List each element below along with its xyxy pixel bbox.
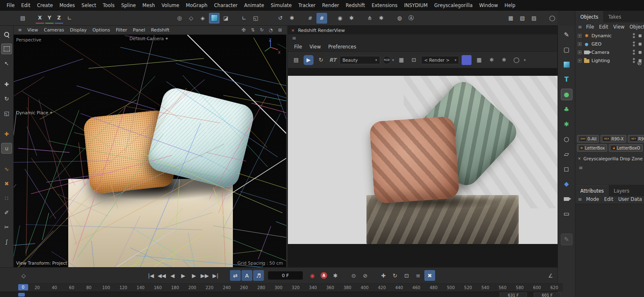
object-tree-row[interactable]: + Dynamic (575, 31, 644, 40)
rectangle-selection-tool[interactable] (1, 43, 12, 54)
menu-item[interactable]: Tools (100, 0, 118, 11)
objects-menu-item[interactable]: Edit (596, 24, 610, 30)
object-tree-row[interactable]: + Lighting (575, 56, 644, 65)
pin-tool[interactable]: ✂ (1, 222, 12, 232)
menu-item[interactable]: MoGraph (182, 0, 211, 11)
modeling-settings-button[interactable]: ▤ (17, 13, 28, 24)
take-button-0-all[interactable]: 0All0-All (577, 135, 599, 142)
bucket-grid-icon[interactable]: ▦ (474, 55, 484, 65)
render-source-select[interactable]: < Render >▾ (421, 56, 459, 64)
range-field-2[interactable]: 601 F (534, 292, 561, 297)
pen-button[interactable]: ◪ (220, 13, 231, 24)
object-tree-row[interactable]: + Camera (575, 48, 644, 56)
menu-item[interactable]: INSYDIUM (401, 0, 431, 11)
move-handle-icon[interactable]: ✚ (165, 37, 168, 41)
scale-tool[interactable]: ◱ (1, 108, 12, 118)
chevron-down-icon[interactable]: ▾ (524, 58, 526, 62)
menu-item[interactable]: Character (211, 0, 241, 11)
menu-item[interactable]: Tracker (295, 0, 319, 11)
enable-toggle[interactable] (639, 51, 642, 54)
renderview-menu-item[interactable]: File (291, 44, 305, 50)
snap-grid-button[interactable]: # (305, 13, 316, 24)
key-reduction-toggle[interactable]: ≡ (413, 270, 424, 281)
menu-item[interactable]: Create (34, 0, 56, 11)
coord-system-button[interactable]: ∟ (64, 13, 75, 24)
expand-icon[interactable]: + (578, 42, 582, 46)
menu-item[interactable]: Spline (118, 0, 139, 11)
menu-item[interactable]: File (3, 0, 18, 11)
take-button-letterbox[interactable]: ▥LetterBox (577, 144, 607, 152)
tool-settings-button[interactable]: ✱ (376, 13, 387, 24)
menu-item[interactable]: Volume (158, 0, 183, 11)
prev-frame-button[interactable]: ◀ (167, 270, 178, 281)
field-button[interactable]: ↺ (275, 13, 286, 24)
objects-menu-item[interactable]: File (584, 24, 596, 30)
renderview-menu-item[interactable]: View (306, 44, 323, 50)
attributes-menu-item[interactable]: Mode (584, 196, 601, 202)
generator-icon[interactable]: ✱ (561, 118, 572, 130)
hamburger-icon[interactable]: ≡ (579, 165, 583, 171)
view-history-icon[interactable]: ◔ (267, 27, 275, 34)
play-button[interactable]: ▶ (178, 270, 189, 281)
hamburger-icon[interactable]: ≡ (578, 24, 583, 30)
close-icon[interactable]: ✕ (291, 28, 294, 33)
next-key-button[interactable]: ▶▶ (199, 270, 210, 281)
record-keyframe-button[interactable]: ◉ (307, 270, 318, 281)
viewport-menu-item[interactable]: Panel (130, 27, 148, 33)
text-primitive-icon[interactable]: T (561, 74, 572, 85)
objects-menu-item[interactable]: Object (627, 24, 644, 30)
renderview-tab[interactable]: Redshift RenderView (298, 28, 345, 33)
snap-tool[interactable]: ∪ (1, 143, 12, 154)
attributes-menu-item[interactable]: User Data (616, 196, 644, 202)
loop-toggle[interactable]: ⇄ (230, 270, 241, 281)
fcurve-icon[interactable]: ∠ (545, 270, 556, 281)
viewport-menu-item[interactable]: Options (90, 27, 113, 33)
zoom-tool[interactable] (1, 29, 12, 40)
stage-icon[interactable]: ▭ (561, 208, 572, 220)
renderview-menu-item[interactable]: Preferences (326, 44, 359, 50)
viewport-canvas[interactable]: Perspective Default Camera✚ Dynamic Plac… (14, 35, 286, 267)
deformer-icon[interactable]: ◆ (561, 178, 572, 190)
workplane-snap-button[interactable]: # (316, 13, 327, 24)
viewport-menu-item[interactable]: Filter (113, 27, 130, 33)
render-settings-button[interactable]: ▨ (529, 13, 539, 24)
guide-icon[interactable]: ◻ (561, 163, 572, 175)
simulate-button[interactable]: ◉ (335, 13, 345, 24)
objects-menu-item[interactable]: View (611, 24, 627, 30)
tab[interactable]: Takes (603, 12, 626, 22)
spline-smooth-tool[interactable]: ∫ (1, 236, 12, 247)
character-tool[interactable]: ∷ (1, 193, 12, 203)
play-range-toggle[interactable]: A (242, 270, 252, 281)
safe-frame-button[interactable]: Ⓐ (406, 13, 417, 24)
menu-item[interactable]: Help (501, 0, 519, 11)
clamp-tool[interactable]: ✖ (1, 178, 12, 189)
keying-settings-button[interactable]: ✱ (330, 270, 341, 281)
menu-item[interactable]: Modes (56, 0, 78, 11)
close-icon[interactable]: ✕ (578, 157, 581, 161)
rectangle-primitive-icon[interactable]: ▢ (561, 44, 572, 56)
keyframe-presets-button[interactable]: ✖ (424, 270, 435, 281)
camera-strip-icon[interactable] (561, 193, 572, 205)
autokey-toggle[interactable]: A (318, 270, 329, 281)
object-tree-row[interactable]: + GEO (575, 40, 644, 48)
region-icon[interactable]: ◯ (511, 55, 521, 65)
sound-toggle[interactable]: ♬ (253, 270, 264, 281)
key-scale-toggle[interactable]: ⊘ (360, 270, 371, 281)
render-picture-viewer-button[interactable]: ▧ (517, 13, 528, 24)
lens-button[interactable]: ◍ (394, 13, 405, 24)
axis-y-toggle[interactable]: Y (45, 13, 54, 24)
aov-select[interactable]: Beauty▾ (340, 56, 380, 64)
visibility-dots[interactable] (633, 58, 635, 63)
visibility-dots[interactable] (633, 50, 635, 55)
timeline-ruler[interactable]: 2040608010012014016018020022024026028030… (29, 283, 563, 292)
pan-view-icon[interactable]: ✠ (240, 27, 247, 34)
workplane-icon[interactable]: ▱ (561, 148, 572, 160)
projection-label[interactable]: Perspective (16, 37, 41, 42)
interactive-render-button[interactable]: ◯ (547, 13, 558, 24)
goto-start-button[interactable]: |◀ (146, 270, 156, 281)
visibility-dots[interactable] (633, 33, 635, 38)
gsg-drop-zone[interactable]: ✕ Greyscalegorilla Drop Zone (578, 156, 643, 161)
key-position-toggle[interactable]: ⊙ (348, 270, 359, 281)
spline-button[interactable]: ∟ (239, 13, 249, 24)
set-key-button[interactable]: ◇ (18, 270, 29, 281)
